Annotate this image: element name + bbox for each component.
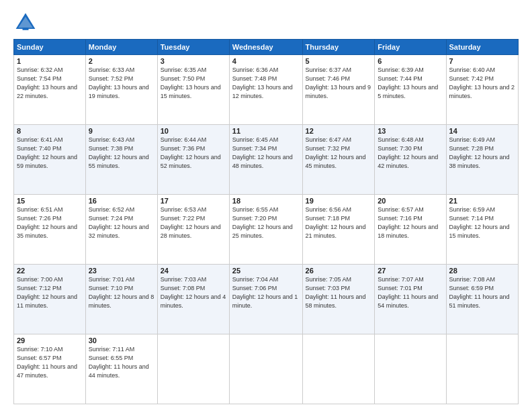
calendar-day-cell	[302, 334, 375, 404]
calendar-day-cell: 25Sunrise: 7:04 AMSunset: 7:06 PMDayligh…	[229, 265, 302, 334]
day-number: 14	[449, 127, 515, 135]
day-number: 21	[449, 197, 515, 205]
day-number: 23	[89, 267, 154, 275]
calendar-day-cell: 10Sunrise: 6:44 AMSunset: 7:36 PMDayligh…	[157, 125, 229, 195]
calendar-day-cell: 15Sunrise: 6:51 AMSunset: 7:26 PMDayligh…	[14, 195, 86, 265]
day-detail: Sunrise: 6:33 AMSunset: 7:52 PMDaylight:…	[89, 66, 154, 101]
day-detail: Sunrise: 6:52 AMSunset: 7:24 PMDaylight:…	[89, 205, 154, 240]
day-detail: Sunrise: 7:11 AMSunset: 6:55 PMDaylight:…	[89, 345, 154, 380]
calendar-week-row: 1Sunrise: 6:32 AMSunset: 7:54 PMDaylight…	[14, 55, 519, 125]
calendar-day-cell: 3Sunrise: 6:35 AMSunset: 7:50 PMDaylight…	[157, 55, 229, 125]
calendar-day-cell: 2Sunrise: 6:33 AMSunset: 7:52 PMDaylight…	[85, 55, 157, 125]
calendar-day-cell: 11Sunrise: 6:45 AMSunset: 7:34 PMDayligh…	[229, 125, 302, 195]
day-number: 20	[378, 197, 443, 205]
day-number: 22	[17, 267, 83, 275]
day-number: 30	[89, 336, 154, 345]
day-number: 26	[306, 267, 372, 275]
calendar-day-cell: 29Sunrise: 7:10 AMSunset: 6:57 PMDayligh…	[14, 334, 86, 404]
calendar-day-cell: 4Sunrise: 6:36 AMSunset: 7:48 PMDaylight…	[229, 55, 302, 125]
logo-icon	[13, 11, 38, 35]
day-number: 12	[306, 127, 372, 135]
header	[13, 11, 519, 35]
calendar-day-cell	[157, 334, 229, 404]
calendar-week-row: 29Sunrise: 7:10 AMSunset: 6:57 PMDayligh…	[14, 334, 519, 404]
day-detail: Sunrise: 7:00 AMSunset: 7:12 PMDaylight:…	[17, 275, 83, 310]
calendar-day-cell: 30Sunrise: 7:11 AMSunset: 6:55 PMDayligh…	[85, 334, 157, 404]
calendar-week-row: 8Sunrise: 6:41 AMSunset: 7:40 PMDaylight…	[14, 125, 519, 195]
day-detail: Sunrise: 6:37 AMSunset: 7:46 PMDaylight:…	[306, 66, 372, 101]
calendar-day-cell: 24Sunrise: 7:03 AMSunset: 7:08 PMDayligh…	[157, 265, 229, 334]
day-number: 15	[17, 197, 83, 205]
calendar-day-cell: 14Sunrise: 6:49 AMSunset: 7:28 PMDayligh…	[446, 125, 518, 195]
day-detail: Sunrise: 6:51 AMSunset: 7:26 PMDaylight:…	[17, 205, 83, 240]
calendar-day-cell: 28Sunrise: 7:08 AMSunset: 6:59 PMDayligh…	[446, 265, 518, 334]
calendar-day-cell: 8Sunrise: 6:41 AMSunset: 7:40 PMDaylight…	[14, 125, 86, 195]
day-detail: Sunrise: 6:56 AMSunset: 7:18 PMDaylight:…	[306, 205, 372, 240]
day-number: 6	[378, 57, 443, 65]
day-detail: Sunrise: 6:53 AMSunset: 7:22 PMDaylight:…	[161, 205, 226, 240]
day-detail: Sunrise: 7:10 AMSunset: 6:57 PMDaylight:…	[17, 345, 83, 380]
calendar-day-cell: 7Sunrise: 6:40 AMSunset: 7:42 PMDaylight…	[446, 55, 518, 125]
calendar-day-cell: 6Sunrise: 6:39 AMSunset: 7:44 PMDaylight…	[375, 55, 446, 125]
calendar-day-header: Thursday	[302, 40, 375, 55]
calendar-day-cell	[229, 334, 302, 404]
day-detail: Sunrise: 6:41 AMSunset: 7:40 PMDaylight:…	[17, 136, 83, 171]
day-detail: Sunrise: 6:36 AMSunset: 7:48 PMDaylight:…	[232, 66, 300, 101]
day-number: 7	[449, 57, 515, 65]
day-number: 1	[17, 57, 83, 65]
calendar-day-cell: 13Sunrise: 6:48 AMSunset: 7:30 PMDayligh…	[375, 125, 446, 195]
calendar-day-cell: 1Sunrise: 6:32 AMSunset: 7:54 PMDaylight…	[14, 55, 86, 125]
day-detail: Sunrise: 7:08 AMSunset: 6:59 PMDaylight:…	[449, 275, 515, 310]
calendar-day-cell: 19Sunrise: 6:56 AMSunset: 7:18 PMDayligh…	[302, 195, 375, 265]
day-detail: Sunrise: 6:39 AMSunset: 7:44 PMDaylight:…	[378, 66, 443, 101]
day-detail: Sunrise: 6:47 AMSunset: 7:32 PMDaylight:…	[306, 136, 372, 171]
day-number: 27	[378, 267, 443, 275]
calendar-day-cell: 26Sunrise: 7:05 AMSunset: 7:03 PMDayligh…	[302, 265, 375, 334]
day-number: 4	[232, 57, 300, 65]
calendar-day-cell: 12Sunrise: 6:47 AMSunset: 7:32 PMDayligh…	[302, 125, 375, 195]
day-number: 24	[161, 267, 226, 275]
day-number: 3	[161, 57, 226, 65]
day-number: 9	[89, 127, 154, 135]
day-number: 16	[89, 197, 154, 205]
calendar-day-header: Sunday	[14, 40, 86, 55]
calendar-week-row: 15Sunrise: 6:51 AMSunset: 7:26 PMDayligh…	[14, 195, 519, 265]
day-detail: Sunrise: 7:01 AMSunset: 7:10 PMDaylight:…	[89, 275, 154, 310]
day-number: 11	[232, 127, 300, 135]
calendar-header-row: SundayMondayTuesdayWednesdayThursdayFrid…	[14, 40, 519, 55]
calendar-day-cell	[375, 334, 446, 404]
calendar-day-header: Monday	[85, 40, 157, 55]
day-number: 18	[232, 197, 300, 205]
day-number: 13	[378, 127, 443, 135]
day-detail: Sunrise: 6:49 AMSunset: 7:28 PMDaylight:…	[449, 136, 515, 171]
day-number: 19	[306, 197, 372, 205]
calendar-day-header: Saturday	[446, 40, 518, 55]
calendar-day-cell: 23Sunrise: 7:01 AMSunset: 7:10 PMDayligh…	[85, 265, 157, 334]
day-detail: Sunrise: 6:55 AMSunset: 7:20 PMDaylight:…	[232, 205, 300, 240]
day-detail: Sunrise: 6:40 AMSunset: 7:42 PMDaylight:…	[449, 66, 515, 101]
day-detail: Sunrise: 6:45 AMSunset: 7:34 PMDaylight:…	[232, 136, 300, 171]
calendar-day-header: Friday	[375, 40, 446, 55]
day-detail: Sunrise: 6:57 AMSunset: 7:16 PMDaylight:…	[378, 205, 443, 240]
day-detail: Sunrise: 7:05 AMSunset: 7:03 PMDaylight:…	[306, 275, 372, 310]
day-detail: Sunrise: 6:32 AMSunset: 7:54 PMDaylight:…	[17, 66, 83, 101]
calendar-day-cell: 22Sunrise: 7:00 AMSunset: 7:12 PMDayligh…	[14, 265, 86, 334]
calendar-day-cell: 20Sunrise: 6:57 AMSunset: 7:16 PMDayligh…	[375, 195, 446, 265]
day-detail: Sunrise: 7:03 AMSunset: 7:08 PMDaylight:…	[161, 275, 226, 310]
calendar-day-cell: 17Sunrise: 6:53 AMSunset: 7:22 PMDayligh…	[157, 195, 229, 265]
day-detail: Sunrise: 7:07 AMSunset: 7:01 PMDaylight:…	[378, 275, 443, 310]
day-detail: Sunrise: 6:48 AMSunset: 7:30 PMDaylight:…	[378, 136, 443, 171]
day-detail: Sunrise: 6:35 AMSunset: 7:50 PMDaylight:…	[161, 66, 226, 101]
day-detail: Sunrise: 6:43 AMSunset: 7:38 PMDaylight:…	[89, 136, 154, 171]
day-number: 8	[17, 127, 83, 135]
calendar-day-cell: 16Sunrise: 6:52 AMSunset: 7:24 PMDayligh…	[85, 195, 157, 265]
calendar-day-cell: 27Sunrise: 7:07 AMSunset: 7:01 PMDayligh…	[375, 265, 446, 334]
calendar-day-cell: 9Sunrise: 6:43 AMSunset: 7:38 PMDaylight…	[85, 125, 157, 195]
day-number: 29	[17, 336, 83, 345]
page: SundayMondayTuesdayWednesdayThursdayFrid…	[0, 0, 532, 411]
calendar-day-cell: 5Sunrise: 6:37 AMSunset: 7:46 PMDaylight…	[302, 55, 375, 125]
day-number: 2	[89, 57, 154, 65]
calendar-day-header: Tuesday	[157, 40, 229, 55]
day-number: 5	[306, 57, 372, 65]
calendar-table: SundayMondayTuesdayWednesdayThursdayFrid…	[13, 39, 519, 404]
